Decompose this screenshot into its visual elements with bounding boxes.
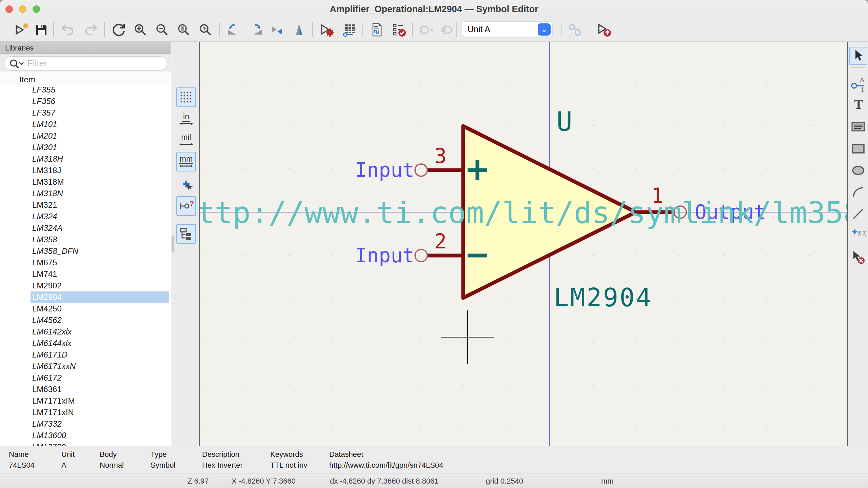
library-item[interactable]: LM2902 — [0, 280, 171, 291]
new-symbol-button[interactable] — [12, 20, 31, 39]
zoom-fit-page-button[interactable] — [174, 20, 193, 39]
pin-options-button[interactable]: ? — [176, 196, 196, 216]
rotate-cw-button[interactable] — [246, 20, 265, 39]
library-item[interactable]: LM6172 — [0, 372, 171, 384]
chevron-down-icon[interactable]: ⌄ — [538, 23, 551, 36]
symbol-tree-button[interactable] — [176, 224, 196, 244]
export-symbol-icon — [597, 22, 612, 37]
move-anchor-button[interactable]: (0,0) — [849, 225, 867, 244]
library-item[interactable]: LM101 — [0, 119, 171, 130]
svg-text:?: ? — [190, 199, 194, 208]
toolbar-separator — [312, 22, 313, 37]
status-bar: Z 6.97X -4.8260 Y 7.3660dx -4.8260 dy 7.… — [0, 473, 868, 488]
add-line-button[interactable] — [849, 205, 867, 223]
library-item[interactable]: LM318M — [0, 176, 171, 188]
de-morgan-standard-button — [416, 20, 435, 39]
symbol-reference[interactable]: U — [556, 106, 572, 137]
symbol-properties-icon — [320, 22, 335, 37]
library-item[interactable]: LF356 — [0, 96, 171, 107]
library-item[interactable]: LM201 — [0, 130, 171, 142]
library-item[interactable]: LM318N — [0, 188, 171, 199]
library-item[interactable]: LM318H — [0, 153, 171, 165]
rotate-ccw-button[interactable] — [224, 20, 243, 39]
library-item[interactable]: LM318J — [0, 165, 171, 176]
library-item[interactable]: LM321 — [0, 199, 171, 211]
units-mm-button[interactable]: mm — [176, 152, 196, 171]
library-item[interactable]: LM7171xIN — [0, 407, 171, 418]
mirror-horizontal-button[interactable] — [268, 20, 287, 39]
add-pin-button[interactable]: A1 — [849, 75, 867, 94]
unit-selector-value: Unit A — [468, 24, 490, 34]
zoom-out-icon — [155, 22, 170, 37]
filter-input[interactable] — [27, 58, 162, 69]
library-item[interactable]: LM6142xlx — [0, 326, 171, 338]
info-field-body: Body Normal — [100, 450, 117, 459]
add-textbox-button[interactable] — [849, 118, 867, 136]
export-symbol-button[interactable] — [595, 20, 614, 39]
redo-icon — [83, 22, 98, 37]
grid-visibility-button[interactable] — [176, 87, 196, 107]
library-item-selected[interactable]: LM2904 — [0, 291, 171, 303]
toolbar-separator — [104, 22, 105, 37]
library-item[interactable]: LM6144xlx — [0, 338, 171, 349]
delete-tool-button[interactable] — [849, 248, 867, 266]
symbol-checker-button[interactable] — [390, 20, 409, 39]
zoom-fit-page-icon — [176, 22, 191, 37]
add-circle-button[interactable] — [849, 161, 867, 180]
symbol-value[interactable]: LM2904 — [554, 283, 652, 312]
status-units: mm — [601, 477, 614, 486]
svg-text:T: T — [854, 97, 863, 112]
item-column-header[interactable]: Item — [0, 72, 171, 87]
refresh-view-button[interactable] — [109, 20, 128, 39]
library-item[interactable]: LM358_DFN — [0, 245, 171, 257]
library-item[interactable]: LM6171xxN — [0, 361, 171, 372]
status-delta: dx -4.8260 dy 7.3660 dist 8.8061 — [330, 477, 438, 486]
select-tool-button[interactable] — [849, 47, 867, 65]
info-field-type: Type Symbol — [151, 450, 167, 459]
library-item-list[interactable]: LF355LF356LF357LM101LM201LM301LM318HLM31… — [0, 87, 171, 446]
library-item[interactable]: LM741 — [0, 268, 171, 280]
library-item[interactable]: LM4562 — [0, 314, 171, 326]
show-datasheet-button[interactable] — [368, 20, 387, 39]
library-item[interactable]: LM13600 — [0, 430, 171, 441]
zoom-to-selection-button[interactable] — [196, 20, 215, 39]
de-morgan-standard-icon — [418, 22, 433, 37]
zoom-out-button[interactable] — [153, 20, 172, 39]
library-item[interactable]: LM324 — [0, 211, 171, 222]
library-filter[interactable] — [4, 56, 167, 70]
cursor-shape-button[interactable] — [176, 175, 196, 195]
library-item[interactable]: LM13700 — [0, 441, 171, 446]
library-item[interactable]: LM358 — [0, 234, 171, 245]
library-item[interactable]: LF357 — [0, 107, 171, 119]
add-text-button[interactable]: T — [849, 96, 867, 114]
units-inches-button[interactable]: in — [176, 109, 196, 129]
add-arc-button[interactable] — [849, 183, 867, 202]
library-item[interactable]: LM7171xIM — [0, 395, 171, 407]
library-item[interactable]: LM301 — [0, 142, 171, 153]
info-value: A — [61, 461, 66, 470]
units-mm-icon: mm — [179, 155, 194, 168]
library-item[interactable]: LM6361 — [0, 384, 171, 395]
units-mils-button[interactable]: mil — [176, 130, 196, 150]
libraries-panel-header: Libraries — [0, 42, 171, 54]
de-morgan-alternate-button — [438, 20, 457, 39]
toolbar-separator — [362, 22, 363, 37]
scrollbar-thumb[interactable] — [172, 236, 174, 252]
editor-canvas[interactable]: 3 Input 2 Input 1 Output U LM2904 htt — [199, 42, 848, 446]
sync-pins-icon — [568, 22, 583, 37]
library-item[interactable]: LM324A — [0, 222, 171, 234]
add-rectangle-button[interactable] — [849, 140, 867, 158]
mirror-vertical-button[interactable] — [290, 20, 309, 39]
zoom-in-button[interactable] — [131, 20, 150, 39]
info-header: Body — [100, 450, 117, 459]
library-item[interactable]: LM4250 — [0, 303, 171, 314]
symbol-properties-button[interactable] — [318, 20, 337, 39]
library-item[interactable]: LF355 — [0, 87, 171, 96]
library-item[interactable]: LM675 — [0, 257, 171, 268]
save-button[interactable] — [32, 20, 51, 39]
mirror-vertical-icon — [292, 22, 307, 37]
library-item[interactable]: LM7332 — [0, 418, 171, 430]
unit-selector[interactable]: Unit A⌄ — [462, 21, 553, 37]
pin-table-button[interactable] — [340, 20, 359, 39]
library-item[interactable]: LM6171D — [0, 349, 171, 361]
